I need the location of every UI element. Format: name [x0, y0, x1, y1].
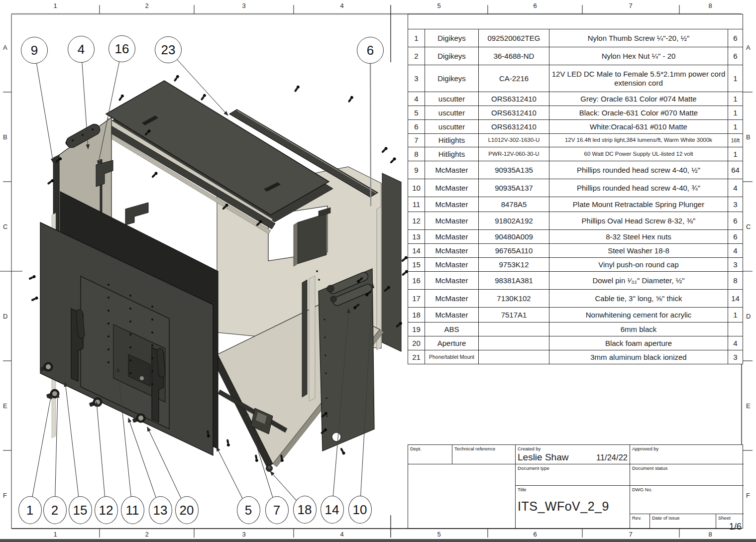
bom-cell-qty: 1: [728, 147, 743, 161]
screw-icon: [118, 94, 124, 102]
bom-cell-no: 7: [408, 134, 425, 147]
bom-cell-vendor: McMaster: [425, 212, 479, 229]
vinyl-cap: [266, 465, 273, 472]
bill-of-materials-table: 1Digikeys092520062TEGNylon Thumb Screw ¼…: [408, 14, 743, 364]
bom-row: 2Digikeys36-4688-NDNylon Hex Nut ¼" - 20…: [408, 47, 743, 65]
bom-cell-part: PWR-12V-060-30-U: [479, 147, 549, 161]
bom-cell-part: 98381A381: [479, 272, 549, 289]
bom-cell-no: 10: [408, 179, 425, 197]
title-label: Title: [518, 487, 628, 492]
balloon-callout-9: 9: [21, 37, 48, 64]
bom-cell-vendor: Hitlights: [425, 134, 479, 147]
bom-cell-no: 17: [408, 290, 425, 307]
document-status-label: Document status: [632, 465, 742, 471]
screw-icon: [389, 157, 396, 164]
bom-cell-vendor: Aperture: [425, 336, 479, 350]
bom-cell-qty: 3: [728, 350, 743, 364]
bom-cell-part: CA-2216: [479, 65, 549, 92]
zone-col-bottom: 2: [145, 531, 148, 538]
sheet-label: Sheet: [718, 515, 742, 521]
bom-cell-no: 4: [408, 92, 425, 106]
zone-col-top: 2: [145, 2, 148, 9]
zone-row-right: F: [746, 492, 750, 499]
date-of-issue-cell: Date of issue: [650, 514, 716, 529]
zone-row-left: E: [3, 402, 7, 410]
screw-icon: [347, 96, 354, 103]
bom-cell-part: ORS6312410: [479, 120, 549, 133]
bom-cell-no: 16: [408, 272, 425, 289]
bom-cell-desc: Cable tie, 3" long, ⅝" thick: [549, 290, 728, 307]
zone-row-left: D: [3, 313, 7, 320]
bom-cell-qty: 16ft: [728, 134, 743, 147]
zone-col-bottom: 4: [340, 531, 343, 538]
bom-cell-no: 20: [408, 336, 425, 350]
rev-label: Rev.: [632, 515, 648, 521]
screw-icon: [31, 296, 39, 302]
zone-col-top: 5: [437, 2, 440, 9]
drawing-title: ITS_WFoV_2_9: [518, 499, 628, 514]
zone-col-bottom: 5: [437, 531, 440, 538]
bom-cell-desc: Black: Oracle-631 Color #070 Matte: [549, 106, 728, 119]
balloon-callout-6: 6: [357, 37, 384, 64]
bom-header-strip: [408, 14, 743, 29]
bom-row: 8HitlightsPWR-12V-060-30-U60 Watt DC Pow…: [408, 147, 743, 161]
bom-cell-desc: 60 Watt DC Power Supply UL-listed 12 vol…: [549, 147, 728, 161]
bom-cell-no: 2: [408, 47, 425, 65]
bom-cell-part: 7517A1: [479, 308, 549, 322]
zone-row-right: C: [746, 223, 751, 230]
bom-cell-qty: 6: [728, 47, 743, 65]
bom-cell-desc: Phillips Oval Head Screw 8-32, ⅜": [549, 212, 728, 229]
zone-col-bottom: 8: [708, 531, 712, 538]
bom-cell-vendor: Hitlights: [425, 147, 479, 161]
balloon-callout-13: 13: [149, 496, 172, 524]
bom-cell-no: 5: [408, 106, 425, 119]
bom-cell-qty: 64: [728, 161, 743, 179]
balloon-callout-2: 2: [43, 496, 67, 524]
bom-row: 3DigikeysCA-221612V LED DC Male to Femal…: [408, 65, 743, 92]
dept-label: Dept.: [410, 446, 450, 451]
bom-cell-vendor: McMaster: [425, 161, 479, 179]
bom-cell-vendor: uscutter: [425, 106, 479, 119]
bom-cell-no: 13: [408, 230, 425, 243]
zone-row-right: A: [746, 44, 751, 51]
zone-row-left: A: [3, 44, 7, 51]
bom-cell-desc: 12V LED DC Male to Female 5.5*2.1mm powe…: [549, 65, 728, 92]
zone-col-bottom: 3: [242, 531, 245, 538]
approved-by-cell: Approved by: [630, 445, 744, 464]
document-status-cell: Document status: [630, 464, 744, 486]
bom-row: 19ABS6mm black: [408, 322, 743, 336]
balloon-callout-18: 18: [293, 496, 317, 524]
bom-cell-desc: White:Oracal-631 #010 Matte: [549, 120, 728, 133]
screw-icon: [173, 75, 180, 82]
bom-cell-part: 91802A192: [479, 212, 549, 229]
bom-cell-desc: 3mm aluminum black ionized: [549, 350, 728, 364]
bom-row: 12McMaster91802A192Phillips Oval Head Sc…: [408, 212, 743, 229]
thumb-screw-icon: [89, 398, 102, 407]
bom-row: 6uscutterORS6312410White:Oracal-631 #010…: [408, 119, 743, 133]
bom-cell-no: 9: [408, 161, 425, 179]
leader-line: [34, 50, 53, 163]
bom-cell-no: 6: [408, 120, 425, 133]
title-block: Dept. Technical reference Created by Les…: [408, 444, 743, 529]
balloon-callout-5: 5: [237, 496, 260, 524]
bom-cell-desc: Grey: Oracle 631 Color #074 Matte: [549, 92, 728, 106]
approved-by-label: Approved by: [632, 446, 742, 451]
zone-col-bottom: 6: [533, 531, 537, 538]
bom-cell-desc: Plate Mount Retractable Spring Plunger: [549, 197, 728, 212]
balloon-callout-12: 12: [95, 496, 118, 524]
bom-cell-desc: 6mm black: [549, 323, 728, 336]
bom-cell-part: [479, 323, 549, 336]
bom-cell-no: 12: [408, 212, 425, 229]
balloon-callout-1: 1: [18, 496, 42, 524]
bom-cell-desc: Dowel pin ¹⁄₃₂" Diameter, ½": [549, 272, 728, 289]
bom-cell-vendor: Phone/tablet Mount: [425, 350, 479, 364]
bom-row: 21Phone/tablet Mount3mm aluminum black i…: [408, 350, 743, 364]
created-by-label: Created by: [518, 446, 628, 451]
bom-row: 13McMaster90480A0098-32 Steel Hex nuts6: [408, 229, 743, 243]
bom-cell-qty: 3: [728, 197, 743, 212]
balloon-callout-16: 16: [108, 35, 135, 62]
bom-cell-part: 96765A110: [479, 244, 549, 257]
bom-cell-part: 8478A5: [479, 197, 549, 212]
zone-row-right: E: [746, 402, 751, 410]
bom-cell-desc: Steel Washer 18-8: [549, 244, 728, 257]
